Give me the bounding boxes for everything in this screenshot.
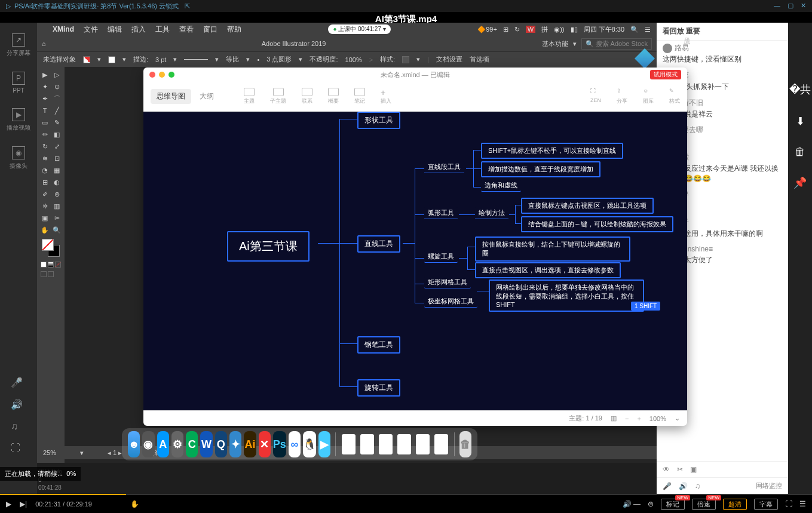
scale-tool[interactable]: ⤢	[51, 141, 62, 152]
node-rotate[interactable]: 旋转工具	[357, 379, 400, 397]
wifi-icon[interactable]: ◉))	[554, 26, 564, 33]
window-thumb-1[interactable]	[342, 434, 356, 454]
node-corner-dash[interactable]: 边角和虚线	[481, 180, 521, 192]
gradient-tool[interactable]: ◐	[51, 177, 62, 188]
image-icon[interactable]: ▣	[690, 465, 697, 474]
music-icon[interactable]: ♫	[695, 482, 700, 490]
tab-mindmap[interactable]: 思维导图	[151, 89, 191, 104]
battery-icon[interactable]: ▮▯	[571, 26, 578, 33]
node-spiral-draw[interactable]: 按住鼠标直接绘制，结合上下键可以增减螺旋的圈	[475, 236, 630, 262]
map-overview-icon[interactable]: ▥	[611, 414, 617, 422]
illustrator-icon[interactable]: Ai	[244, 431, 256, 457]
summary-button[interactable]: 概要	[328, 88, 339, 105]
network-monitor[interactable]: 网络监控	[756, 481, 782, 490]
share-screen-button[interactable]: ↗分享屏幕	[7, 33, 30, 57]
qq-icon[interactable]: 🐧	[303, 431, 316, 457]
node-arc[interactable]: 弧形工具	[424, 207, 458, 219]
ppt-button[interactable]: PPPT	[12, 72, 25, 94]
play-button[interactable]: ▶	[6, 500, 11, 508]
delete-icon[interactable]: 🗑	[795, 146, 805, 158]
stroke-preview[interactable]	[184, 59, 208, 60]
finder-icon[interactable]: ☻	[128, 431, 140, 457]
quicktime-icon[interactable]: Q	[215, 431, 227, 457]
node-pen[interactable]: 钢笔工具	[357, 336, 400, 354]
maximize-icon[interactable]: ▢	[788, 2, 793, 10]
menu-edit[interactable]: 编辑	[108, 24, 122, 35]
clock[interactable]: 周四 下午8:30	[584, 25, 624, 34]
menu-tools[interactable]: 工具	[155, 24, 170, 35]
control-center-icon[interactable]: ☰	[645, 26, 651, 33]
window-thumb-4[interactable]	[397, 434, 411, 454]
stroke-swatch[interactable]	[108, 56, 115, 63]
pen-tool[interactable]: ✒	[39, 93, 50, 104]
player-icon[interactable]: ▶	[318, 431, 330, 457]
stroke-width[interactable]: 3 pt	[155, 56, 166, 63]
share-icon[interactable]: �共	[789, 82, 811, 97]
traffic-lights[interactable]	[149, 72, 174, 78]
zen-button[interactable]: ⛶ZEN	[590, 88, 601, 105]
close-icon[interactable]: ✕	[801, 2, 806, 10]
speaker-icon[interactable]: 🔊	[679, 482, 688, 490]
node-line-seg[interactable]: 直线段工具	[424, 161, 464, 173]
shaper-tool[interactable]: ✏	[39, 129, 50, 140]
brush-label[interactable]: 3 点圆形	[266, 55, 292, 64]
zoom-dropdown-icon[interactable]: ⌄	[675, 414, 680, 422]
app-icon[interactable]: W	[526, 26, 535, 33]
note-button[interactable]: 笔记	[354, 88, 365, 105]
artboard-tool[interactable]: ▣	[39, 213, 50, 223]
window-thumb-2[interactable]	[360, 434, 374, 454]
appstore-icon[interactable]: A	[157, 431, 169, 457]
type-tool[interactable]: T	[39, 105, 50, 116]
menu-insert[interactable]: 插入	[131, 24, 146, 35]
app-name[interactable]: XMind	[53, 25, 74, 33]
hand-mode-button[interactable]: ✋	[130, 500, 139, 508]
doc-setup-button[interactable]: 文档设置	[436, 55, 462, 64]
tab-outline[interactable]: 大纲	[194, 89, 220, 104]
search-icon[interactable]: 🔍	[630, 26, 639, 33]
eyedropper-tool[interactable]: ✐	[39, 189, 50, 199]
safari-icon[interactable]: ✦	[229, 431, 241, 457]
xmind-dock-icon[interactable]: ✕	[259, 431, 271, 457]
window-thumb-6[interactable]	[434, 434, 448, 454]
node-polar-grid[interactable]: 极坐标网格工具	[424, 296, 477, 308]
node-rect-grid[interactable]: 矩形网格工具	[424, 277, 471, 288]
eraser-tool[interactable]: ◧	[51, 129, 62, 140]
node-grid-edit[interactable]: 网格绘制出来以后，想要单独去修改网格当中的线段长短，需要取消编组，选择小白工具，…	[489, 279, 644, 312]
trash-icon[interactable]: 🗑	[459, 431, 471, 457]
topic-button[interactable]: 主题	[244, 88, 255, 105]
mesh-tool[interactable]: ⊞	[39, 177, 50, 188]
zoom-out-button[interactable]: −	[625, 415, 629, 422]
node-spiral-click[interactable]: 直接点击视图区，调出选项，直接去修改参数	[475, 262, 621, 278]
page-number[interactable]: 1	[113, 449, 117, 456]
mindmap-canvas[interactable]: Ai第三节课 形状工具 直线工具 钢笔工具 旋转工具 直线段工具 弧形工具 螺旋…	[143, 112, 687, 410]
format-button[interactable]: ✎格式	[669, 88, 680, 105]
curvature-tool[interactable]: ⌒	[51, 93, 62, 104]
calendar-icon[interactable]: ⊞	[503, 26, 508, 33]
progress-bar[interactable]	[0, 494, 812, 495]
scissors-icon[interactable]: ✂	[677, 465, 683, 474]
fill-swatch[interactable]	[83, 56, 90, 63]
menu-file[interactable]: 文件	[84, 24, 98, 35]
node-arc-click[interactable]: 直接鼠标左键点击视图区，跳出工具选项	[521, 198, 654, 214]
subtitle-button[interactable]: 字幕	[754, 499, 778, 510]
playlist-button[interactable]: ☰	[799, 500, 806, 508]
settings-icon[interactable]: ⚙	[171, 431, 183, 457]
fill-stroke-swatch[interactable]	[41, 239, 61, 257]
quality-button[interactable]: 超清	[723, 499, 747, 510]
rectangle-tool[interactable]: ▭	[39, 117, 50, 128]
camtasia-icon[interactable]: C	[186, 431, 198, 457]
mark-button[interactable]: 标记NEW	[661, 499, 685, 510]
node-spiral[interactable]: 螺旋工具	[424, 251, 458, 263]
next-button[interactable]: ▶|	[20, 500, 27, 508]
shape-builder-tool[interactable]: ◔	[39, 165, 50, 176]
node-shape[interactable]: 形状工具	[357, 112, 400, 129]
node-line[interactable]: 直线工具	[357, 235, 400, 253]
node-stroke-inc[interactable]: 增加描边数值，直至于线段宽度增加	[481, 161, 600, 177]
home-icon[interactable]: ⌂	[42, 40, 46, 47]
zoom-value[interactable]: 25%	[43, 449, 56, 456]
eye-icon[interactable]: 👁	[663, 465, 670, 474]
free-transform-tool[interactable]: ⊡	[51, 153, 62, 164]
subtopic-button[interactable]: 子主题	[270, 88, 286, 105]
style-swatch[interactable]	[402, 56, 409, 63]
uniform-label[interactable]: 等比	[226, 55, 239, 64]
